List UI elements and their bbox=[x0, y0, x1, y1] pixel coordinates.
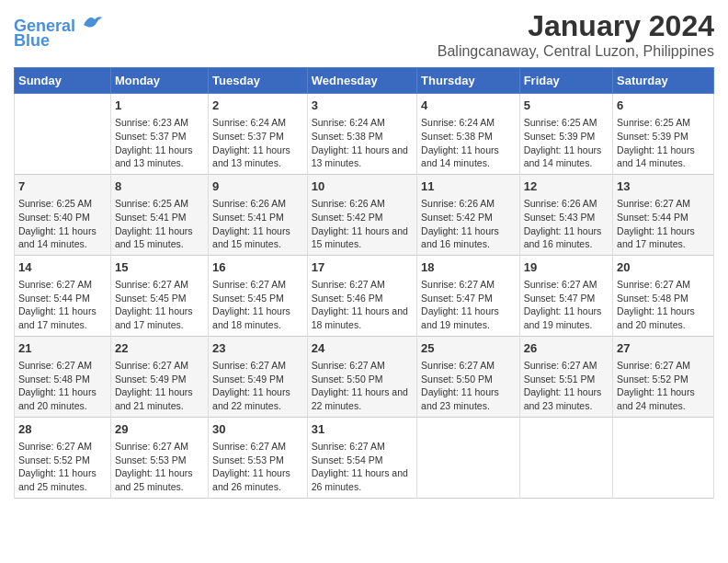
day-info: Sunrise: 6:27 AM bbox=[524, 278, 609, 292]
main-title: January 2024 bbox=[438, 9, 714, 43]
day-info: Sunrise: 6:26 AM bbox=[524, 197, 609, 211]
title-block: January 2024 Balingcanaway, Central Luzo… bbox=[438, 9, 714, 60]
day-number: 2 bbox=[212, 98, 303, 114]
day-number: 3 bbox=[312, 98, 413, 114]
day-sunset: Sunset: 5:51 PM bbox=[524, 373, 609, 386]
day-sunset: Sunset: 5:41 PM bbox=[212, 211, 303, 224]
header-row: SundayMondayTuesdayWednesdayThursdayFrid… bbox=[15, 68, 714, 94]
day-cell: 13Sunrise: 6:27 AMSunset: 5:44 PMDayligh… bbox=[613, 174, 714, 255]
day-cell: 25Sunrise: 6:27 AMSunset: 5:50 PMDayligh… bbox=[417, 336, 520, 417]
day-number: 26 bbox=[524, 340, 609, 357]
day-cell bbox=[613, 417, 714, 498]
day-sunset: Sunset: 5:44 PM bbox=[18, 292, 107, 305]
day-cell: 31Sunrise: 6:27 AMSunset: 5:54 PMDayligh… bbox=[307, 417, 416, 498]
day-daylight: Daylight: 11 hours and 22 minutes. bbox=[312, 385, 413, 412]
day-daylight: Daylight: 11 hours and 14 minutes. bbox=[617, 144, 710, 170]
day-sunset: Sunset: 5:42 PM bbox=[421, 211, 516, 224]
day-info: Sunrise: 6:27 AM bbox=[212, 359, 303, 373]
day-daylight: Daylight: 11 hours and 17 minutes. bbox=[617, 224, 710, 251]
day-daylight: Daylight: 11 hours and 15 minutes. bbox=[212, 224, 303, 251]
day-info: Sunrise: 6:27 AM bbox=[18, 359, 107, 373]
day-info: Sunrise: 6:27 AM bbox=[115, 359, 204, 373]
day-cell: 18Sunrise: 6:27 AMSunset: 5:47 PMDayligh… bbox=[417, 255, 520, 336]
day-cell: 6Sunrise: 6:25 AMSunset: 5:39 PMDaylight… bbox=[613, 94, 714, 175]
day-number: 10 bbox=[312, 178, 413, 195]
day-cell: 15Sunrise: 6:27 AMSunset: 5:45 PMDayligh… bbox=[110, 255, 208, 336]
day-daylight: Daylight: 11 hours and 17 minutes. bbox=[18, 304, 107, 331]
day-cell: 17Sunrise: 6:27 AMSunset: 5:46 PMDayligh… bbox=[307, 255, 416, 336]
day-info: Sunrise: 6:27 AM bbox=[212, 278, 303, 292]
day-daylight: Daylight: 11 hours and 18 minutes. bbox=[312, 304, 413, 331]
day-daylight: Daylight: 11 hours and 13 minutes. bbox=[212, 144, 303, 170]
day-cell: 30Sunrise: 6:27 AMSunset: 5:53 PMDayligh… bbox=[209, 417, 308, 498]
header-cell-monday: Monday bbox=[110, 68, 208, 94]
day-daylight: Daylight: 11 hours and 23 minutes. bbox=[421, 385, 516, 412]
day-cell: 24Sunrise: 6:27 AMSunset: 5:50 PMDayligh… bbox=[307, 336, 416, 417]
day-cell: 1Sunrise: 6:23 AMSunset: 5:37 PMDaylight… bbox=[110, 94, 208, 175]
day-number: 20 bbox=[617, 259, 710, 276]
day-info: Sunrise: 6:27 AM bbox=[115, 440, 204, 454]
day-sunset: Sunset: 5:40 PM bbox=[18, 211, 107, 224]
day-cell: 16Sunrise: 6:27 AMSunset: 5:45 PMDayligh… bbox=[209, 255, 308, 336]
day-sunset: Sunset: 5:41 PM bbox=[115, 211, 204, 224]
header-cell-thursday: Thursday bbox=[417, 68, 520, 94]
day-cell: 26Sunrise: 6:27 AMSunset: 5:51 PMDayligh… bbox=[519, 336, 612, 417]
day-info: Sunrise: 6:24 AM bbox=[312, 116, 413, 130]
day-number: 25 bbox=[421, 340, 516, 357]
day-cell: 19Sunrise: 6:27 AMSunset: 5:47 PMDayligh… bbox=[519, 255, 612, 336]
day-number: 9 bbox=[212, 178, 303, 195]
day-number: 31 bbox=[312, 421, 413, 438]
day-sunset: Sunset: 5:50 PM bbox=[312, 373, 413, 386]
day-daylight: Daylight: 11 hours and 26 minutes. bbox=[212, 466, 303, 493]
day-cell: 12Sunrise: 6:26 AMSunset: 5:43 PMDayligh… bbox=[519, 174, 612, 255]
day-sunset: Sunset: 5:44 PM bbox=[617, 211, 710, 224]
day-daylight: Daylight: 11 hours and 24 minutes. bbox=[617, 385, 710, 412]
day-sunset: Sunset: 5:53 PM bbox=[115, 454, 204, 467]
day-info: Sunrise: 6:27 AM bbox=[312, 440, 413, 454]
day-sunset: Sunset: 5:45 PM bbox=[212, 292, 303, 305]
day-info: Sunrise: 6:26 AM bbox=[312, 197, 413, 211]
day-cell bbox=[519, 417, 612, 498]
day-daylight: Daylight: 11 hours and 19 minutes. bbox=[524, 304, 609, 331]
day-cell: 2Sunrise: 6:24 AMSunset: 5:37 PMDaylight… bbox=[209, 94, 308, 175]
day-daylight: Daylight: 11 hours and 26 minutes. bbox=[312, 466, 413, 493]
day-info: Sunrise: 6:26 AM bbox=[212, 197, 303, 211]
day-cell: 5Sunrise: 6:25 AMSunset: 5:39 PMDaylight… bbox=[519, 94, 612, 175]
day-number: 16 bbox=[212, 259, 303, 276]
day-daylight: Daylight: 11 hours and 13 minutes. bbox=[312, 144, 413, 170]
day-cell: 22Sunrise: 6:27 AMSunset: 5:49 PMDayligh… bbox=[110, 336, 208, 417]
day-daylight: Daylight: 11 hours and 20 minutes. bbox=[617, 304, 710, 331]
day-daylight: Daylight: 11 hours and 21 minutes. bbox=[115, 385, 204, 412]
day-daylight: Daylight: 11 hours and 15 minutes. bbox=[115, 224, 204, 251]
day-number: 23 bbox=[212, 340, 303, 357]
day-cell bbox=[417, 417, 520, 498]
day-number: 6 bbox=[617, 98, 710, 114]
day-daylight: Daylight: 11 hours and 16 minutes. bbox=[421, 224, 516, 251]
day-number: 15 bbox=[115, 259, 204, 276]
day-number: 29 bbox=[115, 421, 204, 438]
day-info: Sunrise: 6:25 AM bbox=[524, 116, 609, 130]
day-daylight: Daylight: 11 hours and 22 minutes. bbox=[212, 385, 303, 412]
day-sunset: Sunset: 5:48 PM bbox=[18, 373, 107, 386]
day-number: 17 bbox=[312, 259, 413, 276]
day-cell: 23Sunrise: 6:27 AMSunset: 5:49 PMDayligh… bbox=[209, 336, 308, 417]
day-info: Sunrise: 6:27 AM bbox=[18, 278, 107, 292]
day-cell: 27Sunrise: 6:27 AMSunset: 5:52 PMDayligh… bbox=[613, 336, 714, 417]
day-info: Sunrise: 6:26 AM bbox=[421, 197, 516, 211]
day-number: 14 bbox=[18, 259, 107, 276]
day-info: Sunrise: 6:27 AM bbox=[617, 359, 710, 373]
day-daylight: Daylight: 11 hours and 17 minutes. bbox=[115, 304, 204, 331]
day-number: 1 bbox=[115, 98, 204, 114]
day-cell: 28Sunrise: 6:27 AMSunset: 5:52 PMDayligh… bbox=[15, 417, 111, 498]
week-row-2: 7Sunrise: 6:25 AMSunset: 5:40 PMDaylight… bbox=[15, 174, 714, 255]
day-sunset: Sunset: 5:49 PM bbox=[212, 373, 303, 386]
day-cell: 7Sunrise: 6:25 AMSunset: 5:40 PMDaylight… bbox=[15, 174, 111, 255]
logo: General Blue bbox=[14, 9, 104, 51]
day-number: 7 bbox=[18, 178, 107, 195]
day-number: 22 bbox=[115, 340, 204, 357]
day-sunset: Sunset: 5:49 PM bbox=[115, 373, 204, 386]
day-info: Sunrise: 6:27 AM bbox=[421, 278, 516, 292]
day-cell: 3Sunrise: 6:24 AMSunset: 5:38 PMDaylight… bbox=[307, 94, 416, 175]
page-header: General Blue January 2024 Balingcanaway,… bbox=[14, 9, 714, 60]
day-sunset: Sunset: 5:53 PM bbox=[212, 454, 303, 467]
